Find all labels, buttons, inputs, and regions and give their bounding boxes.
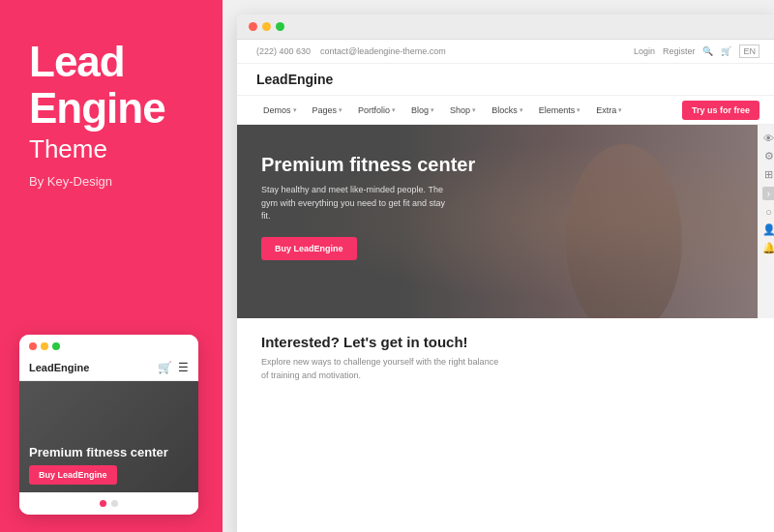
site-below-fold: Interested? Let's get in touch! Explore … <box>237 318 774 532</box>
sidebar-arrow-button[interactable]: › <box>762 187 775 200</box>
left-panel: Lead Engine Theme By Key-Design LeadEngi… <box>0 0 223 532</box>
topbar-login[interactable]: Login <box>634 46 655 56</box>
nav-demos[interactable]: Demos▾ <box>256 105 304 115</box>
title-lead: Lead Engine <box>29 39 194 133</box>
sidebar-eye-icon[interactable]: 👁 <box>763 133 774 144</box>
topbar-register[interactable]: Register <box>663 46 696 56</box>
topbar-contact: (222) 400 630 contact@leadengine-theme.c… <box>256 46 446 56</box>
hero-cta-button[interactable]: Buy LeadEngine <box>261 237 357 260</box>
site-header: LeadEngine <box>237 64 774 96</box>
mobile-mockup: LeadEngine 🛒 ☰ Premium fitness center Bu… <box>19 335 198 515</box>
hero-subtitle: Stay healthy and meet like-minded people… <box>261 184 455 223</box>
title-theme: Theme <box>29 134 194 164</box>
site-right-sidebar: 👁 ⚙ ⊞ › ○ 👤 🔔 <box>758 125 774 318</box>
mobile-logo: LeadEngine <box>29 362 89 373</box>
below-title: Interested? Let's get in touch! <box>261 334 755 350</box>
nav-extra[interactable]: Extra▾ <box>589 105 629 115</box>
topbar-lang[interactable]: EN <box>739 44 759 58</box>
sidebar-person-icon[interactable]: 👤 <box>762 223 775 236</box>
mobile-dot-yellow <box>41 342 48 350</box>
nav-blocks[interactable]: Blocks▾ <box>485 105 530 115</box>
right-panel: (222) 400 630 contact@leadengine-theme.c… <box>223 0 774 532</box>
browser-dot-green[interactable] <box>276 22 284 31</box>
mobile-traffic-lights <box>29 342 60 350</box>
mobile-cta-button[interactable]: Buy LeadEngine <box>29 465 117 485</box>
sidebar-bell-icon[interactable]: 🔔 <box>762 242 775 254</box>
mobile-nav-bar: LeadEngine 🛒 ☰ <box>19 355 198 381</box>
browser-dot-red[interactable] <box>249 22 257 31</box>
site-navigation: Demos▾ Pages▾ Portfolio▾ Blog▾ Shop▾ Blo… <box>237 96 774 125</box>
mobile-nav-icons: 🛒 ☰ <box>158 361 189 374</box>
mobile-dot-red <box>29 342 37 350</box>
site-hero: Premium fitness center Stay healthy and … <box>237 125 774 318</box>
nav-pages[interactable]: Pages▾ <box>306 105 350 115</box>
mobile-dot-inactive[interactable] <box>111 500 118 507</box>
browser-dot-yellow[interactable] <box>262 22 271 31</box>
nav-cta-button[interactable]: Try us for free <box>682 101 759 120</box>
sidebar-gear-icon[interactable]: ⚙ <box>764 150 774 163</box>
site-topbar: (222) 400 630 contact@leadengine-theme.c… <box>237 40 774 64</box>
website-content: (222) 400 630 contact@leadengine-theme.c… <box>237 40 774 532</box>
product-title: Lead Engine Theme By Key-Design <box>29 39 194 189</box>
mobile-dot-active[interactable] <box>100 500 106 507</box>
sidebar-grid-icon[interactable]: ⊞ <box>764 168 773 181</box>
topbar-email: contact@leadengine-theme.com <box>320 46 446 56</box>
topbar-actions: Login Register 🔍 🛒 EN <box>634 44 759 58</box>
hero-title: Premium fitness center <box>261 154 755 176</box>
nav-shop[interactable]: Shop▾ <box>443 105 483 115</box>
nav-elements[interactable]: Elements▾ <box>532 105 588 115</box>
mobile-hero: Premium fitness center Buy LeadEngine <box>19 381 198 492</box>
cart-icon: 🛒 <box>158 361 172 374</box>
mobile-slider-dots <box>19 492 198 515</box>
cart-icon[interactable]: 🛒 <box>721 46 731 56</box>
sidebar-circle-icon[interactable]: ○ <box>765 206 772 218</box>
site-logo: LeadEngine <box>256 72 333 87</box>
browser-window: (222) 400 630 contact@leadengine-theme.c… <box>237 15 774 532</box>
hero-content: Premium fitness center Stay healthy and … <box>237 125 774 289</box>
mobile-top-bar <box>19 335 198 355</box>
byline: By Key-Design <box>29 174 194 189</box>
mobile-dot-green <box>52 342 60 350</box>
nav-portfolio[interactable]: Portfolio▾ <box>351 105 402 115</box>
mobile-hero-title: Premium fitness center <box>29 445 189 459</box>
browser-chrome <box>237 15 774 40</box>
search-icon[interactable]: 🔍 <box>702 46 713 56</box>
topbar-phone: (222) 400 630 <box>256 46 311 56</box>
nav-blog[interactable]: Blog▾ <box>404 105 441 115</box>
below-text: Explore new ways to challenge yourself w… <box>261 356 503 382</box>
menu-icon: ☰ <box>178 361 189 374</box>
